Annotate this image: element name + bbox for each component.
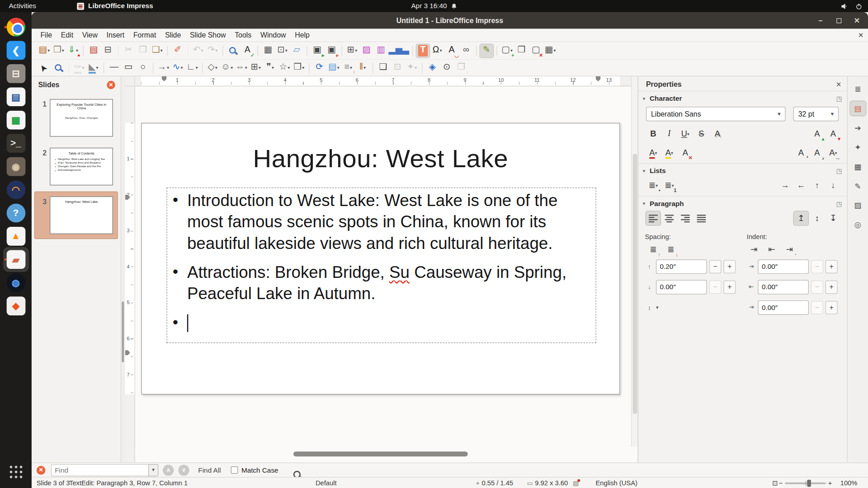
undo-button[interactable]: ↶ ▾ bbox=[192, 44, 205, 57]
sidebar-settings-tab[interactable]: ≣ bbox=[850, 82, 865, 96]
subscript-button[interactable]: A ₂ bbox=[810, 146, 824, 160]
master-slides-tab[interactable]: ▦ bbox=[850, 160, 865, 174]
vertical-ruler[interactable]: 1234567 bbox=[125, 86, 135, 463]
navigator-tab[interactable]: ◎ bbox=[850, 217, 865, 232]
extrusion-toggle-button[interactable]: ❒ ↑ bbox=[454, 61, 467, 74]
demote-button[interactable]: → bbox=[778, 179, 792, 193]
collapse-chevron-icon[interactable]: ▾ bbox=[643, 168, 646, 174]
align-top-button[interactable]: ↥ bbox=[794, 211, 808, 225]
ellipse-button[interactable]: ○ bbox=[136, 61, 149, 74]
glue-points-button[interactable]: ⊙ bbox=[440, 61, 453, 74]
slide-thumbnail-3-selected[interactable]: 3 Hangzhou: West Lake bbox=[35, 192, 117, 239]
bold-button[interactable]: B bbox=[646, 127, 660, 141]
minimize-button[interactable]: − bbox=[816, 16, 825, 25]
slide-canvas[interactable]: Hangzhou: West Lake Introduction to West… bbox=[135, 86, 631, 457]
character-spacing-button[interactable]: A ↔ ▾ bbox=[826, 146, 840, 160]
character-dialog-launcher-icon[interactable]: ◳ bbox=[836, 95, 842, 102]
horizontal-ruler[interactable]: 12345678910111213 bbox=[135, 76, 631, 86]
slide-transition-tab[interactable]: ➔ bbox=[850, 121, 865, 135]
zoom-pan-button[interactable] bbox=[52, 61, 65, 74]
rectangle-button[interactable]: ▭ bbox=[122, 61, 135, 74]
insert-special-character-button[interactable]: Ω ▾ bbox=[431, 44, 444, 57]
zoom-level-status[interactable]: 100% bbox=[840, 479, 858, 487]
menu-slide[interactable]: Slide bbox=[160, 29, 185, 41]
ordered-list-button[interactable]: ≣ 1 ▾ bbox=[662, 179, 676, 193]
vertical-scrollbar[interactable] bbox=[631, 76, 638, 447]
paste-button[interactable]: ❑ ▾ bbox=[151, 44, 164, 57]
toggle-shadow-button[interactable]: A bbox=[710, 127, 725, 141]
align-justify-button[interactable] bbox=[694, 211, 709, 225]
menu-format[interactable]: Format bbox=[129, 29, 160, 41]
show-applications-button[interactable] bbox=[4, 460, 28, 483]
hanging-indent-button[interactable]: ⇥ · bbox=[782, 243, 797, 257]
horizontal-scrollbar[interactable] bbox=[135, 447, 631, 462]
spin-input[interactable] bbox=[758, 280, 809, 294]
show-draw-functions-button[interactable]: ✎ bbox=[480, 44, 493, 57]
close-find-bar-button[interactable]: ✕ bbox=[37, 465, 46, 474]
select-tool-button[interactable]: ➤ bbox=[38, 61, 51, 74]
find-previous-button[interactable]: ∧ bbox=[163, 465, 174, 475]
find-next-button[interactable]: ∨ bbox=[178, 465, 189, 475]
redo-button[interactable]: ↷ ▾ bbox=[206, 44, 219, 57]
decrease-paragraph-spacing-button[interactable]: ≣ ↓ bbox=[664, 243, 678, 257]
insert-table-button[interactable]: ⊞ ▾ bbox=[345, 44, 359, 57]
spin-input[interactable] bbox=[656, 259, 707, 274]
new-document-button[interactable]: ▤ ▾ bbox=[38, 44, 51, 57]
line-color-button[interactable]: ✑ ▾ bbox=[72, 61, 85, 74]
italic-button[interactable]: I bbox=[662, 127, 676, 141]
insert-audio-video-button[interactable]: ▥ bbox=[374, 44, 387, 57]
spin-input[interactable] bbox=[758, 300, 809, 314]
open-button[interactable]: ❒ ▾ bbox=[52, 44, 65, 57]
find-input[interactable] bbox=[51, 464, 149, 476]
save-button[interactable]: ⇓ ● ▾ bbox=[66, 44, 80, 57]
fill-color-button[interactable]: ◣ ▾ bbox=[87, 61, 100, 74]
increase-paragraph-spacing-button[interactable]: ≣ ↑ bbox=[646, 243, 660, 257]
activities-button[interactable]: Activities bbox=[9, 2, 36, 10]
menu-insert[interactable]: Insert bbox=[102, 29, 129, 41]
font-color-button[interactable]: A ▾ bbox=[646, 146, 660, 160]
horizontal-scrollbar-thumb[interactable] bbox=[293, 451, 468, 456]
dock-gimp-icon[interactable]: ◉ bbox=[4, 155, 28, 178]
slides-panel-scrollbar[interactable] bbox=[121, 76, 125, 463]
print-button[interactable]: ⊟ bbox=[101, 44, 114, 57]
dock-files-icon[interactable]: ⊟ bbox=[4, 62, 28, 85]
align-right-button[interactable] bbox=[678, 211, 693, 225]
decrease-button[interactable]: − bbox=[811, 301, 823, 314]
slide-thumbnail-2[interactable]: 2 Table of Contents Hangzhou: West Lake … bbox=[35, 143, 117, 190]
dock-vlc-icon[interactable]: ▲ bbox=[4, 225, 28, 248]
rotate-button[interactable]: ⟳ bbox=[313, 61, 326, 74]
move-down-button[interactable]: ↓ bbox=[826, 179, 840, 193]
dock-terminal-icon[interactable]: >_ bbox=[4, 131, 28, 155]
increase-button[interactable]: + bbox=[826, 301, 838, 314]
animation-tab[interactable]: ✦ bbox=[850, 140, 865, 155]
zoom-out-button[interactable]: − bbox=[779, 479, 783, 487]
curves-polygons-button[interactable]: ∿ ▾ bbox=[171, 61, 184, 74]
properties-tab[interactable]: ▤ bbox=[850, 101, 865, 116]
insert-fontwork-button[interactable]: A ◡ bbox=[445, 44, 458, 57]
find-and-replace-button[interactable] bbox=[226, 44, 240, 57]
export-pdf-button[interactable]: ▤ bbox=[87, 44, 100, 57]
lists-dialog-launcher-icon[interactable]: ◳ bbox=[836, 167, 842, 174]
dock-calc-icon[interactable]: ▦ bbox=[4, 108, 28, 131]
slides-panel-scrollbar-thumb[interactable] bbox=[122, 301, 124, 362]
zoom-slider-thumb[interactable] bbox=[807, 480, 811, 487]
slide-bullet-1[interactable]: Introduction to West Lake: West Lake is … bbox=[167, 189, 592, 254]
vertical-scrollbar-thumb[interactable] bbox=[633, 154, 637, 414]
flowchart-button[interactable]: ⊞ ▾ bbox=[249, 61, 262, 74]
paragraph-dialog-launcher-icon[interactable]: ◳ bbox=[836, 200, 842, 207]
increase-indent-button[interactable]: ⇥ bbox=[747, 243, 761, 257]
dock-impress-icon[interactable]: ▰ bbox=[4, 248, 28, 271]
decrease-button[interactable]: − bbox=[811, 280, 823, 293]
menu-tools[interactable]: Tools bbox=[230, 29, 256, 41]
language-status[interactable]: English (USA) bbox=[596, 479, 637, 487]
find-all-button[interactable]: Find All bbox=[198, 466, 221, 474]
strikethrough-button[interactable]: S bbox=[694, 127, 709, 141]
increase-font-size-button[interactable]: A ▴ bbox=[810, 127, 824, 141]
menu-file[interactable]: File bbox=[36, 29, 57, 41]
window-titlebar[interactable]: Untitled 1 - LibreOffice Impress − ✕ bbox=[32, 12, 868, 29]
insert-comment-button[interactable]: ▱ bbox=[290, 44, 303, 57]
distribute-button[interactable]: ‖ ▾ bbox=[356, 61, 369, 74]
font-name-combobox[interactable]: Liberation Sans ▼ bbox=[646, 107, 786, 121]
dock-help-icon[interactable]: ? bbox=[4, 202, 28, 225]
slide-page[interactable]: Hangzhou: West Lake Introduction to West… bbox=[141, 123, 620, 394]
